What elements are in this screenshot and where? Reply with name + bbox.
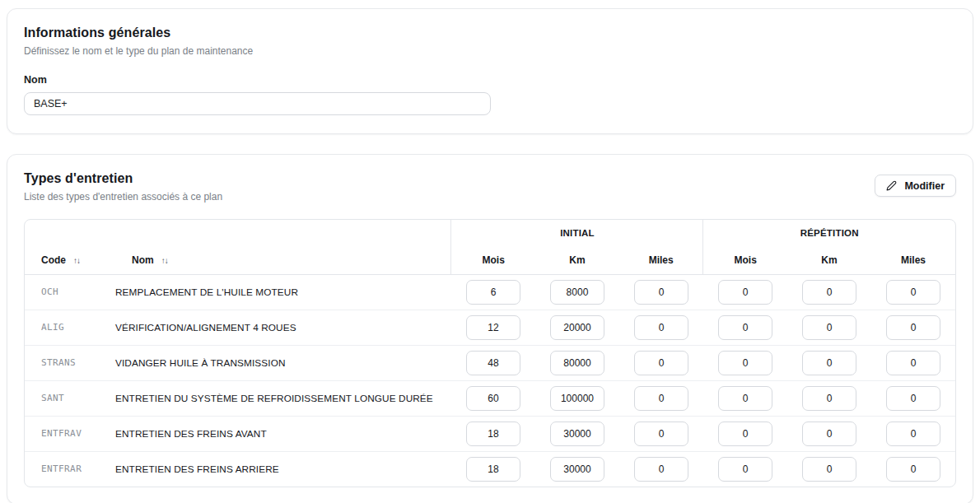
column-header-km-repetition: Km (787, 246, 871, 274)
initial-miles-input[interactable] (634, 457, 688, 482)
maintenance-type-row: ENTFRAV ENTRETIEN DES FREINS AVANT (25, 416, 955, 451)
column-header-km-initial: Km (535, 246, 619, 274)
name-field: Nom (24, 74, 956, 115)
modify-button[interactable]: Modifier (875, 175, 956, 197)
group-header-initial: INITIAL (451, 220, 703, 246)
maintenance-types-subtitle: Liste des types d'entretien associés à c… (24, 191, 222, 203)
row-code: SANT (25, 380, 115, 416)
column-header-nom[interactable]: Nom↑↓ (115, 246, 451, 274)
modify-button-label: Modifier (904, 180, 945, 192)
repetition-miles-input[interactable] (886, 386, 940, 411)
repetition-km-input[interactable] (802, 351, 856, 375)
row-nom: VIDANGER HUILE À TRANSMISSION (115, 345, 451, 380)
initial-miles-input[interactable] (634, 280, 688, 305)
maintenance-types-title: Types d'entretien (24, 171, 222, 186)
general-info-card: Informations générales Définissez le nom… (7, 8, 973, 134)
initial-miles-input[interactable] (634, 421, 688, 446)
repetition-mois-input[interactable] (718, 315, 772, 340)
row-code: ENTFRAR (25, 451, 115, 487)
initial-mois-input[interactable] (466, 315, 520, 340)
row-nom: ENTRETIEN DES FREINS ARRIERE (115, 451, 451, 487)
sort-arrows-icon[interactable]: ↑↓ (73, 256, 80, 265)
column-header-code[interactable]: Code↑↓ (25, 246, 115, 274)
types-table-body: OCH REMPLACEMENT DE L'HUILE MOTEUR ALIG … (25, 274, 955, 487)
repetition-km-input[interactable] (802, 386, 856, 411)
repetition-km-input[interactable] (802, 457, 856, 482)
maintenance-types-table: INITIAL RÉPÉTITION Code↑↓ Nom↑↓ Mois Km … (24, 219, 956, 487)
initial-mois-input[interactable] (466, 421, 520, 446)
maintenance-types-heading-group: Types d'entretien Liste des types d'entr… (24, 171, 222, 203)
repetition-km-input[interactable] (802, 315, 856, 340)
repetition-km-input[interactable] (802, 280, 856, 305)
row-code: STRANS (25, 345, 115, 380)
repetition-miles-input[interactable] (886, 421, 940, 446)
repetition-miles-input[interactable] (886, 315, 940, 340)
row-nom: ENTRETIEN DU SYSTÈME DE REFROIDISSEMENT … (115, 380, 451, 416)
initial-km-input[interactable] (550, 457, 604, 482)
repetition-mois-input[interactable] (718, 386, 772, 411)
repetition-miles-input[interactable] (886, 280, 940, 305)
group-header-repetition: RÉPÉTITION (703, 220, 955, 246)
repetition-miles-input[interactable] (886, 351, 940, 375)
column-header-miles-initial: Miles (619, 246, 703, 274)
repetition-km-input[interactable] (802, 421, 856, 446)
row-code: OCH (25, 274, 115, 310)
maintenance-type-row: SANT ENTRETIEN DU SYSTÈME DE REFROIDISSE… (25, 380, 955, 416)
column-header-nom-label: Nom (132, 254, 154, 266)
plan-name-input[interactable] (24, 92, 491, 115)
maintenance-types-card: Types d'entretien Liste des types d'entr… (7, 154, 973, 503)
repetition-mois-input[interactable] (718, 351, 772, 375)
row-nom: REMPLACEMENT DE L'HUILE MOTEUR (115, 274, 451, 310)
initial-miles-input[interactable] (634, 315, 688, 340)
initial-km-input[interactable] (550, 315, 604, 340)
row-code: ALIG (25, 310, 115, 345)
group-header-spacer (25, 220, 451, 246)
row-nom: ENTRETIEN DES FREINS AVANT (115, 416, 451, 451)
initial-km-input[interactable] (550, 386, 604, 411)
initial-mois-input[interactable] (466, 386, 520, 411)
row-nom: VÉRIFICATION/ALIGNEMENT 4 ROUES (115, 310, 451, 345)
initial-km-input[interactable] (550, 421, 604, 446)
pencil-icon (886, 180, 897, 191)
repetition-miles-input[interactable] (886, 457, 940, 482)
maintenance-type-row: OCH REMPLACEMENT DE L'HUILE MOTEUR (25, 274, 955, 310)
maintenance-type-row: ALIG VÉRIFICATION/ALIGNEMENT 4 ROUES (25, 310, 955, 345)
repetition-mois-input[interactable] (718, 421, 772, 446)
initial-km-input[interactable] (550, 280, 604, 305)
initial-mois-input[interactable] (466, 351, 520, 375)
name-field-label: Nom (24, 74, 956, 86)
general-info-title: Informations générales (24, 26, 956, 40)
initial-miles-input[interactable] (634, 386, 688, 411)
initial-mois-input[interactable] (466, 457, 520, 482)
general-info-subtitle: Définissez le nom et le type du plan de … (24, 45, 956, 57)
table-group-header-row: INITIAL RÉPÉTITION (25, 220, 955, 246)
repetition-mois-input[interactable] (718, 280, 772, 305)
repetition-mois-input[interactable] (718, 457, 772, 482)
initial-mois-input[interactable] (466, 280, 520, 305)
column-header-miles-repetition: Miles (871, 246, 955, 274)
maintenance-type-row: ENTFRAR ENTRETIEN DES FREINS ARRIERE (25, 451, 955, 487)
sort-arrows-icon[interactable]: ↑↓ (161, 256, 168, 265)
column-header-code-label: Code (41, 254, 66, 266)
initial-miles-input[interactable] (634, 351, 688, 375)
maintenance-types-header: Types d'entretien Liste des types d'entr… (24, 171, 956, 203)
column-header-mois-initial: Mois (451, 246, 535, 274)
row-code: ENTFRAV (25, 416, 115, 451)
maintenance-type-row: STRANS VIDANGER HUILE À TRANSMISSION (25, 345, 955, 380)
column-header-mois-repetition: Mois (703, 246, 787, 274)
initial-km-input[interactable] (550, 351, 604, 375)
table-column-header-row: Code↑↓ Nom↑↓ Mois Km Miles Mois Km Miles (25, 246, 955, 274)
